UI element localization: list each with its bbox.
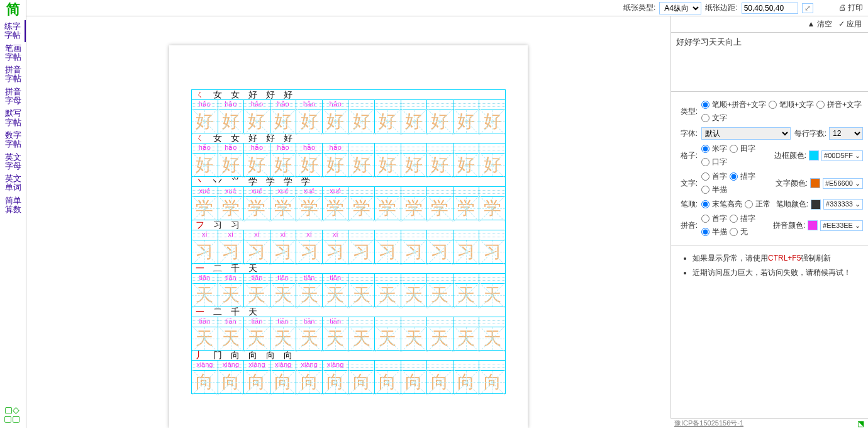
margins-input[interactable] — [742, 3, 798, 14]
clear-button[interactable]: ▲ 清空 — [807, 19, 832, 30]
margins-label: 纸张边距: — [705, 3, 737, 13]
nav-item-2[interactable]: 拼音字帖 — [0, 64, 26, 86]
char-row: 好好好好好好好好好好好好 — [192, 154, 505, 176]
pinyin-cell — [401, 100, 428, 110]
expand-icon[interactable]: ⤢ — [802, 3, 813, 13]
notice-area: 如果显示异常，请使用CTRL+F5强制刷新 近期访问压力巨大，若访问失败，请稍候… — [671, 245, 868, 428]
stroke-row: 一二千天 — [192, 307, 505, 317]
char-cell: 好 — [375, 154, 401, 176]
nav-item-7[interactable]: 英文单词 — [0, 172, 26, 194]
pinyin-cell: hǎo — [323, 100, 349, 110]
char-cell: 好 — [218, 154, 245, 176]
opt-row-text: 文字:首字描字半描文字颜色:#E56600 ⌄ — [676, 171, 863, 195]
radio-pinyin-3[interactable]: 无 — [730, 227, 748, 237]
radio-text-0[interactable]: 首字 — [701, 171, 727, 182]
radio-text-1[interactable]: 描字 — [730, 171, 755, 182]
radio-text-2[interactable]: 半描 — [701, 184, 727, 195]
stroke-row: 一二千天 — [192, 264, 505, 274]
color-value-pinyin[interactable]: #EE33EE ⌄ — [820, 220, 863, 231]
char-cell: 向 — [453, 371, 480, 393]
radio-grid-1[interactable]: 田字 — [730, 144, 755, 154]
color-swatch-text[interactable] — [810, 178, 820, 188]
nav-item-3[interactable]: 拼音字母 — [0, 86, 26, 108]
char-cell: 向 — [192, 371, 218, 393]
expand-footer-icon[interactable]: ⬔ — [857, 419, 864, 428]
char-cell: 向 — [401, 371, 428, 393]
radio-stroke-0[interactable]: 末笔高亮 — [701, 199, 742, 210]
char-cell: 好 — [427, 154, 453, 176]
pinyin-cell — [348, 144, 375, 153]
char-cell: 向 — [323, 371, 349, 393]
char-row: 好好好好好好好好好好好好 — [192, 110, 505, 133]
pinyin-cell — [375, 361, 401, 370]
pinyin-cell: tiān — [270, 317, 297, 327]
pinyin-cell: tiān — [323, 317, 349, 327]
color-value-stroke[interactable]: #333333 ⌄ — [823, 199, 863, 210]
char-cell: 天 — [192, 327, 218, 350]
pinyin-cell: xiàng — [218, 361, 245, 370]
char-row: 学学学学学学学学学学学学 — [192, 197, 505, 220]
color-swatch-stroke[interactable] — [811, 200, 821, 210]
char-cell: 好 — [192, 154, 218, 176]
char-block: フ习习xíxíxíxíxíxí习习习习习习习习习习习习 — [192, 220, 505, 264]
pinyin-cell — [348, 317, 375, 327]
print-button[interactable]: 🖨 打印 — [838, 3, 863, 13]
nav-item-1[interactable]: 笔画字帖 — [0, 42, 26, 64]
color-value-text[interactable]: #E56600 ⌄ — [823, 178, 863, 189]
icp-link[interactable]: 豫ICP备15025156号-1 — [674, 419, 743, 428]
nav-item-4[interactable]: 默写字帖 — [0, 107, 26, 129]
pinyin-cell: xiàng — [270, 361, 297, 370]
char-cell: 学 — [192, 197, 218, 220]
pinyin-cell — [479, 187, 505, 196]
paper-type-select[interactable]: A4纵向 — [659, 2, 701, 14]
char-cell: 好 — [453, 154, 480, 176]
pinyin-cell: hǎo — [192, 100, 218, 110]
pinyin-cell — [453, 317, 480, 327]
pinyin-cell: xué — [270, 187, 297, 196]
nav-item-0[interactable]: 练字字帖 — [0, 20, 26, 42]
radio-pinyin-2[interactable]: 半描 — [701, 227, 727, 237]
shapes-icon[interactable]: ▢◇▢▢ — [4, 405, 20, 423]
color-swatch-grid[interactable] — [809, 150, 819, 160]
nav-item-5[interactable]: 数字字帖 — [0, 129, 26, 151]
pinyin-cell: hǎo — [218, 144, 245, 153]
radio-type-3[interactable]: 文字 — [701, 113, 727, 123]
pinyin-cell: xiàng — [192, 361, 218, 370]
char-cell: 天 — [348, 327, 375, 350]
radio-pinyin-0[interactable]: 首字 — [701, 213, 727, 224]
radio-type-0[interactable]: 笔顺+拼音+文字 — [701, 99, 766, 110]
pinyin-cell — [348, 100, 375, 110]
apply-button[interactable]: ✓ 应用 — [838, 19, 862, 30]
pinyin-cell — [401, 230, 428, 240]
perline-select[interactable]: 12 — [829, 127, 863, 140]
char-cell: 好 — [453, 110, 480, 133]
radio-stroke-1[interactable]: 正常 — [745, 199, 771, 210]
canvas-area: ㄑ女女好好好hǎohǎohǎohǎohǎohǎo好好好好好好好好好好好好ㄑ女女好… — [26, 16, 670, 428]
radio-grid-0[interactable]: 米字 — [701, 144, 727, 154]
text-input[interactable]: 好好学习天天向上 — [671, 33, 868, 92]
paper-type-label: 纸张类型: — [623, 3, 655, 13]
pinyin-cell — [453, 144, 480, 153]
char-cell: 学 — [296, 197, 323, 220]
char-cell: 好 — [348, 154, 375, 176]
font-select[interactable]: 默认 — [701, 127, 791, 140]
color-value-grid[interactable]: #00D5FF ⌄ — [821, 150, 863, 161]
nav-item-6[interactable]: 英文字母 — [0, 151, 26, 173]
nav-item-8[interactable]: 简单算数 — [0, 194, 26, 217]
pinyin-cell — [453, 187, 480, 196]
char-cell: 习 — [453, 240, 480, 263]
radio-type-2[interactable]: 拼音+文字 — [816, 99, 862, 110]
pinyin-cell — [453, 230, 480, 240]
char-cell: 好 — [296, 154, 323, 176]
radio-pinyin-1[interactable]: 描字 — [730, 213, 755, 224]
char-cell: 天 — [427, 284, 453, 307]
radio-grid-2[interactable]: 口字 — [701, 157, 727, 167]
radio-type-1[interactable]: 笔顺+文字 — [769, 99, 814, 110]
char-cell: 天 — [270, 284, 297, 307]
pinyin-cell: hǎo — [270, 144, 297, 153]
color-swatch-pinyin[interactable] — [808, 220, 818, 230]
pinyin-cell — [401, 144, 428, 153]
pinyin-cell: tiān — [244, 274, 270, 283]
stroke-row: 丿冂向向向向 — [192, 351, 505, 361]
opt-row-type: 类型:笔顺+拼音+文字笔顺+文字拼音+文字文字 — [676, 99, 863, 123]
